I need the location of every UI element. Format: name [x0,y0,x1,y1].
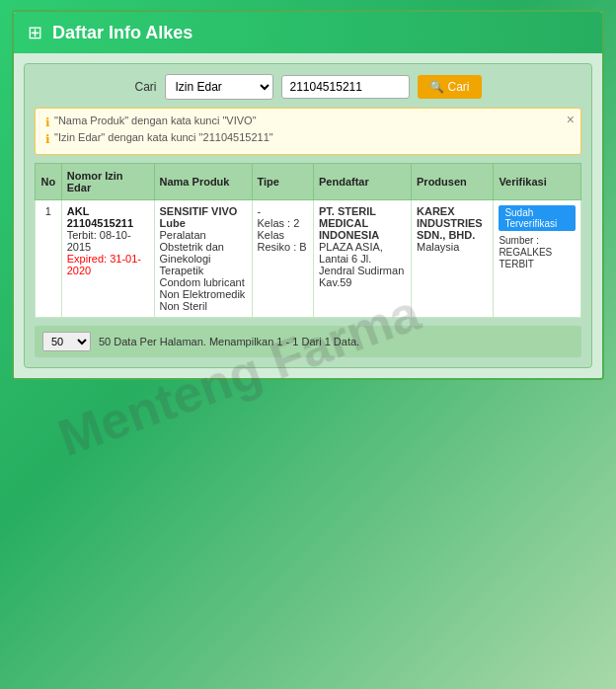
content-area: Cari Izin Edar Nama Produk No Registrasi… [14,53,602,378]
cell-tipe: - Kelas : 2 Kelas Resiko : B [252,200,314,318]
sumber-label: Sumber : [499,235,539,246]
page-title: Daftar Info Alkes [52,23,192,43]
cell-izin-edar: AKL 21104515211 Terbit: 08-10-2015 Expir… [61,200,154,318]
pagination-description: 50 Data Per Halaman. Menampilkan 1 - 1 D… [99,336,359,347]
produsen-name: KAREX INDUSTRIES SDN., BHD. [417,205,483,241]
cell-pendaftar: PT. STERIL MEDICAL INDONESIA PLAZA ASIA,… [314,200,412,318]
cell-nama-produk: SENSITIF VIVO Lube Peralatan Obstetrik d… [154,200,252,318]
th-no: No [36,164,62,200]
search-button-label: Cari [448,80,470,94]
pendaftar-address: PLAZA ASIA, Lantai 6 Jl. Jendral Sudirma… [319,241,404,288]
th-produsen: Produsen [412,164,494,200]
table-row: 1 AKL 21104515211 Terbit: 08-10-2015 Exp… [36,200,581,318]
info-line-2: ℹ "Izin Edar" dengan kata kunci "2110451… [45,131,571,146]
produsen-country: Malaysia [417,241,459,253]
info-box: × ℹ "Nama Produk" dengan kata kunci "VIV… [35,108,581,155]
expired-date: Expired: 31-01-2020 [67,253,141,276]
verified-badge: Sudah Terverifikasi [499,205,576,231]
resiko-value: Kelas Resiko : B [258,229,307,253]
cell-no: 1 [36,200,62,318]
search-type-select[interactable]: Izin Edar Nama Produk No Registrasi [165,74,273,100]
search-icon: 🔍 [429,80,444,94]
info-line-1: ℹ "Nama Produk" dengan kata kunci "VIVO" [45,115,571,129]
search-button[interactable]: 🔍 Cari [418,75,482,99]
th-tipe: Tipe [252,164,314,200]
sumber-value: REGALKES TERBIT [499,247,552,269]
pagination-row: 10 25 50 100 50 Data Per Halaman. Menamp… [35,326,581,357]
th-izin-edar: Nomor Izin Edar [61,164,154,200]
info-icon-2: ℹ [45,132,50,146]
inner-box: Cari Izin Edar Nama Produk No Registrasi… [24,63,592,368]
per-page-select[interactable]: 10 25 50 100 [42,332,91,351]
terbit-date: Terbit: 08-10-2015 [67,229,131,253]
search-input[interactable] [281,75,410,99]
main-container: ⊞ Daftar Info Alkes Cari Izin Edar Nama … [12,10,604,380]
results-table: No Nomor Izin Edar Nama Produk Tipe Pend… [35,163,581,318]
th-nama-produk: Nama Produk [154,164,252,200]
akl-number: AKL 21104515211 [67,205,133,229]
search-label: Cari [134,80,156,94]
pendaftar-name: PT. STERIL MEDICAL INDONESIA [319,205,379,241]
product-name: SENSITIF VIVO Lube [160,205,238,229]
grid-icon: ⊞ [28,22,42,43]
kelas-value: Kelas : 2 [258,217,300,229]
tipe-value: - [258,205,262,217]
info-text-2: "Izin Edar" dengan kata kunci "211045152… [54,131,273,143]
header-bar: ⊞ Daftar Info Alkes [14,12,602,53]
product-detail: Peralatan Obstetrik dan Ginekologi Terap… [160,229,246,312]
cell-produsen: KAREX INDUSTRIES SDN., BHD. Malaysia [412,200,494,318]
th-pendaftar: Pendaftar [314,164,412,200]
info-icon-1: ℹ [45,115,50,129]
search-row: Cari Izin Edar Nama Produk No Registrasi… [35,74,581,100]
cell-verifikasi: Sudah Terverifikasi Sumber : REGALKES TE… [494,200,581,318]
th-verifikasi: Verifikasi [494,164,581,200]
info-text-1: "Nama Produk" dengan kata kunci "VIVO" [54,115,257,126]
table-header-row: No Nomor Izin Edar Nama Produk Tipe Pend… [36,164,581,200]
close-icon[interactable]: × [567,113,575,126]
